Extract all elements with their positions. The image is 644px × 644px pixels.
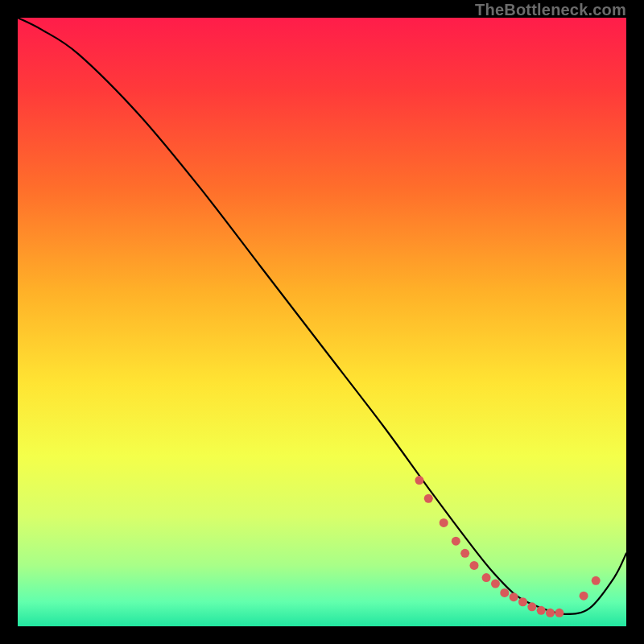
watermark-text: TheBottleneck.com: [475, 2, 626, 18]
marker-dot: [415, 476, 423, 485]
marker-dot: [440, 518, 448, 527]
marker-dot: [527, 602, 536, 611]
marker-dot: [592, 576, 601, 585]
marker-dot: [546, 609, 555, 617]
gradient-background: [18, 18, 626, 626]
marker-dot: [452, 537, 460, 546]
marker-dot: [491, 580, 500, 588]
marker-dot: [580, 592, 588, 601]
marker-dot: [424, 494, 433, 503]
marker-dot: [537, 606, 546, 615]
marker-dot: [518, 597, 527, 606]
marker-dot: [555, 609, 564, 617]
marker-dot: [460, 549, 469, 558]
chart-stage: TheBottleneck.com: [0, 0, 644, 644]
marker-dot: [470, 561, 479, 570]
marker-dot: [510, 592, 518, 601]
marker-dot: [482, 573, 491, 582]
marker-dot: [500, 588, 509, 597]
bottleneck-plot: [18, 18, 626, 626]
